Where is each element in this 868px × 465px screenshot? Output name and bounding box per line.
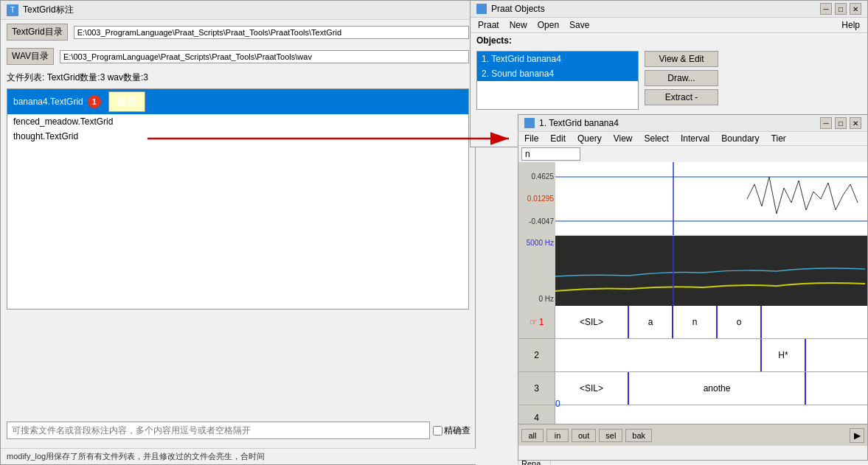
spec-val-bot: 0 Hz <box>520 295 554 303</box>
file-name-fenced: fenced_meadow.TextGrid <box>13 116 113 127</box>
close-button[interactable]: ✕ <box>850 3 861 15</box>
editor-bottom-bar: all in out sel bak ▶ <box>518 424 867 446</box>
waveform-area[interactable] <box>555 162 867 236</box>
left-panel-title: TextGrid标注 <box>23 4 74 16</box>
file-name-banana4: banana4.TextGrid <box>13 97 83 107</box>
tier-cell-2-empty[interactable] <box>555 339 762 371</box>
tooltip-doubleclick: 双击 <box>108 91 145 112</box>
file-item-thought[interactable]: thought.TextGrid <box>7 129 468 144</box>
search-input[interactable] <box>7 422 430 439</box>
editor-content: 0.4625 0.01295 -0.4047 5000 Hz 0 Hz <box>518 162 867 446</box>
time-indicator: 0 <box>555 399 560 409</box>
editor-minimize[interactable]: ─ <box>820 117 832 129</box>
objects-area: 1. TextGrid banana4 2. Sound banana4 Vie… <box>471 48 867 113</box>
waveform-val-top: 0.4625 <box>520 172 554 181</box>
editor-menu-interval[interactable]: Interval <box>675 132 715 145</box>
editor-maximize[interactable]: □ <box>835 117 847 129</box>
praat-titlebar: Praat Objects ─ □ ✕ <box>471 1 867 18</box>
waveform-svg <box>555 162 867 235</box>
tier-cell-3-sil[interactable]: <SIL> <box>555 372 629 405</box>
menu-praat[interactable]: Praat <box>473 19 504 31</box>
search-row: 精确查 <box>1 419 476 442</box>
editor-search-input[interactable] <box>521 147 580 161</box>
precise-checkbox-label: 精确查 <box>433 424 471 437</box>
maximize-button[interactable]: □ <box>835 3 847 15</box>
objects-buttons: View & Edit Draw... Extract - <box>645 51 718 110</box>
menu-open[interactable]: Open <box>533 19 563 31</box>
draw-button[interactable]: Draw... <box>645 70 718 86</box>
spec-val-top: 5000 Hz <box>520 239 554 247</box>
btn-all[interactable]: all <box>521 429 544 442</box>
editor-panel: 1. TextGrid banana4 ─ □ ✕ File Edit Quer… <box>518 114 868 461</box>
precise-checkbox[interactable] <box>433 426 442 436</box>
objects-list: 1. TextGrid banana4 2. Sound banana4 <box>476 51 639 110</box>
left-panel: T TextGrid标注 TextGrid目录 E:\003_ProgramLa… <box>0 0 476 465</box>
tier-cell-1-o[interactable]: o <box>718 306 762 338</box>
wav-label: WAV目录 <box>7 48 54 65</box>
editor-menu-query[interactable]: Query <box>572 132 608 145</box>
tier-row-2: 2 H* <box>518 339 867 372</box>
editor-menu-boundary[interactable]: Boundary <box>715 132 765 145</box>
praat-title: Praat Objects <box>476 4 545 14</box>
waveform-val-mid: 0.01295 <box>520 195 554 203</box>
objects-label: Objects: <box>471 33 867 48</box>
tier-num-1[interactable]: ☞ 1 <box>518 306 555 338</box>
spectrogram-area[interactable] <box>555 236 867 306</box>
textgrid-path: E:\003_ProgramLanguage\Praat_Scripts\Pra… <box>74 26 469 39</box>
praat-title-text: Praat Objects <box>491 4 545 14</box>
bottom-status: modify_log用保存了所有有文件列表，并且修改过的文件会亮生，合时间 <box>1 448 476 464</box>
menu-new[interactable]: New <box>505 19 532 31</box>
wav-dir-row: WAV目录 E:\003_ProgramLanguage\Praat_Scrip… <box>1 44 475 69</box>
obj-item-sound[interactable]: 2. Sound banana4 <box>477 66 638 81</box>
editor-menu-tier[interactable]: Tier <box>765 132 792 145</box>
svg-rect-5 <box>555 236 867 306</box>
badge-1: 1 <box>88 95 101 108</box>
menu-help[interactable]: Help <box>837 19 864 31</box>
tier-content-3[interactable]: <SIL> anothe <box>555 372 867 405</box>
window-controls: ─ □ ✕ <box>820 3 861 15</box>
tier-cell-1-a[interactable]: a <box>629 306 673 338</box>
file-list: banana4.TextGrid 1 双击 fenced_meadow.Text… <box>7 88 469 310</box>
file-name-thought: thought.TextGrid <box>13 131 78 141</box>
editor-menu: File Edit Query View Select Interval Bou… <box>518 132 867 146</box>
tier-num-label-1: 1 <box>539 317 544 327</box>
btn-out[interactable]: out <box>572 429 596 442</box>
editor-menu-file[interactable]: File <box>518 132 544 145</box>
tier-num-3[interactable]: 3 <box>518 372 555 405</box>
tier-cell-1-n[interactable]: n <box>673 306 718 338</box>
minimize-button[interactable]: ─ <box>820 3 832 15</box>
tier-cell-3-anothe[interactable]: anothe <box>629 372 806 405</box>
tier-cell-1-sil[interactable]: <SIL> <box>555 306 629 338</box>
tier-row-1: ☞ 1 <SIL> a n o <box>518 306 867 339</box>
editor-menu-select[interactable]: Select <box>639 132 675 145</box>
wav-path: E:\003_ProgramLanguage\Praat_Scripts\Pra… <box>60 50 469 63</box>
tier-content-2[interactable]: H* <box>555 339 867 371</box>
waveform-labels: 0.4625 0.01295 -0.4047 <box>518 162 555 236</box>
tier-content-1[interactable]: <SIL> a n o <box>555 306 867 338</box>
tier-cell-2-h[interactable]: H* <box>762 339 806 371</box>
btn-in[interactable]: in <box>546 429 569 442</box>
editor-title-left: 1. TextGrid banana4 <box>524 118 619 128</box>
file-item-fenced[interactable]: fenced_meadow.TextGrid <box>7 114 468 129</box>
editor-icon <box>524 118 535 128</box>
praat-icon <box>476 4 487 14</box>
menu-spacer <box>595 19 836 31</box>
file-count: 文件列表: TextGrid数量:3 wav数量:3 <box>1 69 475 87</box>
obj-item-textgrid[interactable]: 1. TextGrid banana4 <box>477 52 638 66</box>
editor-menu-edit[interactable]: Edit <box>544 132 572 145</box>
file-item-banana4[interactable]: banana4.TextGrid 1 双击 <box>7 89 468 114</box>
scroll-indicator[interactable]: ▶ <box>850 428 864 443</box>
app-icon: T <box>7 4 18 16</box>
menu-save[interactable]: Save <box>565 19 594 31</box>
editor-menu-view[interactable]: View <box>608 132 639 145</box>
left-titlebar: T TextGrid标注 <box>1 1 475 20</box>
view-edit-button[interactable]: View & Edit <box>645 51 718 67</box>
tier-num-2[interactable]: 2 <box>518 339 555 371</box>
editor-window-controls: ─ □ ✕ <box>820 117 861 129</box>
editor-close[interactable]: ✕ <box>850 117 861 129</box>
btn-sel[interactable]: sel <box>599 429 622 442</box>
praat-menu: Praat New Open Save Help <box>471 18 867 33</box>
waveform-val-bot: -0.4047 <box>520 217 554 225</box>
extract-button[interactable]: Extract - <box>645 89 718 105</box>
btn-bak[interactable]: bak <box>625 429 652 442</box>
